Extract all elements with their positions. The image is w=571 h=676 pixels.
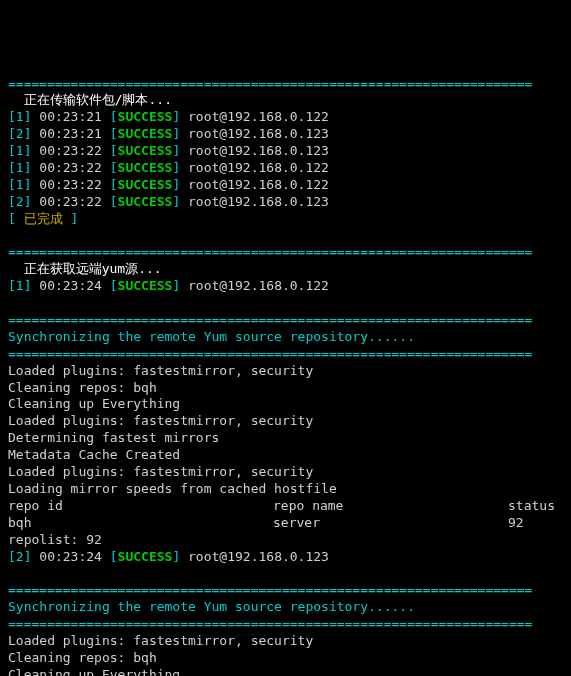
status-success: SUCCESS <box>118 160 173 175</box>
line-index: 2 <box>16 194 24 209</box>
section-yum-title: 正在获取远端yum源... <box>8 261 162 276</box>
yum-output: Cleaning up Everything <box>8 396 563 413</box>
terminal-output: ========================================… <box>8 76 563 676</box>
status-line: [1] 00:23:22 [SUCCESS] root@192.168.0.12… <box>8 177 563 194</box>
timestamp: 00:23:24 <box>39 549 102 564</box>
timestamp: 00:23:22 <box>39 194 102 209</box>
status-success: SUCCESS <box>118 278 173 293</box>
divider-line: ========================================… <box>8 244 532 259</box>
timestamp: 00:23:24 <box>39 278 102 293</box>
ssh-target: root@192.168.0.122 <box>188 109 329 124</box>
status-line: [2] 00:23:21 [SUCCESS] root@192.168.0.12… <box>8 126 563 143</box>
line-index: 1 <box>16 278 24 293</box>
status-success: SUCCESS <box>118 177 173 192</box>
ssh-target: root@192.168.0.123 <box>188 143 329 158</box>
section-transfer-title: 正在传输软件包/脚本... <box>8 92 172 107</box>
ssh-target: root@192.168.0.122 <box>188 278 329 293</box>
yum-output: Cleaning repos: bqh <box>8 650 563 667</box>
line-index: 2 <box>16 126 24 141</box>
yum-output: Determining fastest mirrors <box>8 430 563 447</box>
divider-line: ========================================… <box>8 346 532 361</box>
repo-header: repo idrepo namestatus <box>8 498 563 515</box>
empty-line <box>8 228 563 245</box>
yum-output: Loaded plugins: fastestmirror, security <box>8 464 563 481</box>
line-index: 1 <box>16 177 24 192</box>
status-line: [2] 00:23:24 [SUCCESS] root@192.168.0.12… <box>8 549 563 566</box>
status-line: [1] 00:23:22 [SUCCESS] root@192.168.0.12… <box>8 160 563 177</box>
yum-output: Loaded plugins: fastestmirror, security <box>8 413 563 430</box>
status-line: [1] 00:23:21 [SUCCESS] root@192.168.0.12… <box>8 109 563 126</box>
line-index: 1 <box>16 143 24 158</box>
done-text: 已完成 <box>24 211 63 226</box>
sync-header: Synchronizing the remote Yum source repo… <box>8 599 415 614</box>
status-success: SUCCESS <box>118 126 173 141</box>
timestamp: 00:23:21 <box>39 109 102 124</box>
timestamp: 00:23:22 <box>39 143 102 158</box>
repolist: repolist: 92 <box>8 532 563 549</box>
yum-output: Metadata Cache Created <box>8 447 563 464</box>
yum-output: Loading mirror speeds from cached hostfi… <box>8 481 563 498</box>
done-line: [ 已完成 ] <box>8 211 563 228</box>
yum-output: Cleaning up Everything <box>8 667 563 676</box>
status-success: SUCCESS <box>118 143 173 158</box>
status-line: [1] 00:23:24 [SUCCESS] root@192.168.0.12… <box>8 278 563 295</box>
ssh-target: root@192.168.0.123 <box>188 126 329 141</box>
status-success: SUCCESS <box>118 194 173 209</box>
sync-header: Synchronizing the remote Yum source repo… <box>8 329 415 344</box>
status-success: SUCCESS <box>118 109 173 124</box>
ssh-target: root@192.168.0.123 <box>188 549 329 564</box>
ssh-target: root@192.168.0.122 <box>188 160 329 175</box>
yum-output: Loaded plugins: fastestmirror, security <box>8 363 563 380</box>
divider-line: ========================================… <box>8 312 532 327</box>
divider-line: ========================================… <box>8 582 532 597</box>
empty-line <box>8 295 563 312</box>
timestamp: 00:23:21 <box>39 126 102 141</box>
yum-output: Loaded plugins: fastestmirror, security <box>8 633 563 650</box>
timestamp: 00:23:22 <box>39 177 102 192</box>
status-line: [2] 00:23:22 [SUCCESS] root@192.168.0.12… <box>8 194 563 211</box>
line-index: 2 <box>16 549 24 564</box>
empty-line <box>8 565 563 582</box>
yum-output: Cleaning repos: bqh <box>8 380 563 397</box>
divider-line: ========================================… <box>8 616 532 631</box>
divider-line: ========================================… <box>8 76 532 91</box>
timestamp: 00:23:22 <box>39 160 102 175</box>
status-success: SUCCESS <box>118 549 173 564</box>
ssh-target: root@192.168.0.123 <box>188 194 329 209</box>
line-index: 1 <box>16 109 24 124</box>
status-line: [1] 00:23:22 [SUCCESS] root@192.168.0.12… <box>8 143 563 160</box>
repo-row: bqhserver92 <box>8 515 563 532</box>
ssh-target: root@192.168.0.122 <box>188 177 329 192</box>
line-index: 1 <box>16 160 24 175</box>
